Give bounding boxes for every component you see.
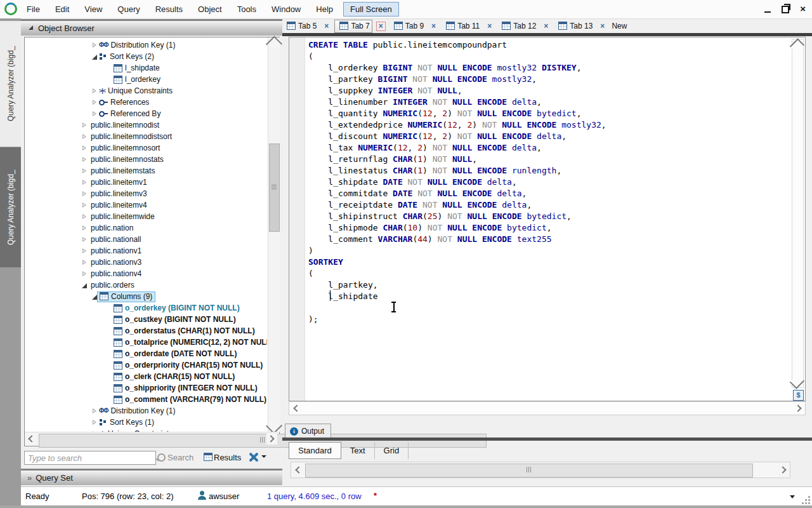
status-dropdown-icon[interactable]	[790, 495, 795, 498]
expander-expanded-icon[interactable]	[90, 53, 98, 61]
tree-horizontal-scrollbar[interactable]	[25, 432, 278, 445]
scrollbar-thumb[interactable]	[305, 464, 753, 478]
output-horizontal-scrollbar[interactable]	[291, 462, 790, 478]
menu-item-help[interactable]: Help	[308, 1, 341, 18]
scroll-right-icon[interactable]	[778, 463, 789, 477]
expander-collapsed-icon[interactable]	[80, 178, 88, 187]
tree-item[interactable]: References	[25, 97, 267, 108]
tree-item[interactable]: o_clerk (CHAR(15) NOT NULL)	[25, 371, 267, 382]
tools-wrench-icon[interactable]	[247, 451, 259, 464]
search-button[interactable]: Search	[167, 453, 193, 462]
menu-item-results[interactable]: Results	[148, 1, 190, 18]
expander-collapsed-icon[interactable]	[80, 201, 88, 210]
close-tab-icon[interactable]: ×	[487, 22, 492, 30]
result-tab-grid[interactable]: Grid	[375, 442, 409, 459]
expander-collapsed-icon[interactable]	[90, 418, 98, 427]
close-tab-icon[interactable]: ×	[376, 22, 386, 31]
scroll-left-icon[interactable]	[25, 433, 36, 444]
expand-query-set-icon[interactable]: »	[27, 473, 30, 483]
menu-item-query[interactable]: Query	[110, 1, 147, 18]
expander-collapsed-icon[interactable]	[80, 144, 88, 152]
expander-expanded-icon[interactable]	[90, 293, 98, 301]
resize-grip-icon[interactable]	[802, 497, 810, 504]
query-set-header[interactable]: » Query Set	[21, 469, 282, 485]
tree-item[interactable]: public.lineitemwide	[25, 211, 267, 222]
full-screen-button[interactable]: Full Screen	[343, 2, 399, 17]
close-tab-icon[interactable]: ×	[544, 22, 548, 30]
expander-collapsed-icon[interactable]	[90, 110, 98, 118]
tree-item[interactable]: ΦΦDistribution Key (1)	[25, 39, 267, 51]
scroll-down-icon[interactable]	[792, 377, 802, 387]
close-tab-icon[interactable]: ×	[600, 22, 605, 30]
tree-item[interactable]: public.lineitemv4	[25, 199, 267, 211]
result-tab-text[interactable]: Text	[341, 442, 375, 459]
editor-vertical-scrollbar[interactable]	[792, 39, 804, 388]
tree-item[interactable]: public.nationv1	[25, 245, 267, 257]
expander-collapsed-icon[interactable]	[90, 98, 98, 107]
tree-item[interactable]: public.lineitemstats	[25, 165, 267, 177]
expander-collapsed-icon[interactable]	[80, 133, 88, 141]
tree-vertical-scrollbar[interactable]	[268, 37, 280, 432]
expander-collapsed-icon[interactable]	[80, 156, 88, 164]
tree-item[interactable]: o_orderkey (BIGINT NOT NULL)	[25, 302, 267, 314]
dock-tab-query-analyzer-1[interactable]: Query Analyzer (bigd_	[0, 21, 21, 147]
tree-item[interactable]: public.lineitemv3	[25, 188, 267, 199]
expander-expanded-icon[interactable]	[80, 281, 88, 290]
tree-item[interactable]: public.nation	[25, 222, 267, 234]
scroll-up-icon[interactable]	[268, 37, 280, 48]
minimize-icon[interactable]	[764, 11, 771, 13]
tree-item[interactable]: o_orderdate (DATE NOT NULL)	[25, 348, 267, 359]
tree-item[interactable]: public.orders	[25, 279, 267, 291]
tree-item[interactable]: o_orderpriority (CHAR(15) NOT NULL)	[25, 359, 267, 371]
tab-tab-11[interactable]: Tab 11	[442, 20, 481, 32]
tree-item[interactable]: o_totalprice (NUMERIC(12, 2) NOT NULL)	[25, 337, 267, 348]
menu-item-object[interactable]: Object	[190, 1, 230, 18]
tree-item[interactable]: public.nationall	[25, 234, 267, 245]
tree-item[interactable]: public.lineitemnostats	[25, 154, 267, 165]
expander-collapsed-icon[interactable]	[90, 87, 98, 95]
new-tab-button[interactable]: New	[612, 22, 627, 30]
scrollbar-thumb[interactable]	[269, 144, 280, 232]
menu-item-view[interactable]: View	[77, 1, 110, 18]
expander-collapsed-icon[interactable]	[80, 121, 88, 130]
output-splitter[interactable]	[282, 438, 812, 441]
tree-item[interactable]: o_orderstatus (CHAR(1) NOT NULL)	[25, 325, 267, 337]
currency-format-icon[interactable]: $	[793, 390, 804, 401]
tab-tab-5[interactable]: Tab 5	[282, 20, 318, 32]
expander-collapsed-icon[interactable]	[80, 236, 88, 244]
tree-item[interactable]: o_shippriority (INTEGER NOT NULL)	[25, 382, 267, 394]
scroll-left-icon[interactable]	[292, 463, 303, 477]
collapse-panel-icon[interactable]	[29, 25, 33, 30]
tab-tab-9[interactable]: Tab 9	[390, 20, 426, 32]
scroll-left-icon[interactable]	[291, 403, 301, 413]
scroll-down-icon[interactable]	[268, 421, 280, 432]
tree-item[interactable]: Sort Keys (1)	[25, 417, 267, 428]
expander-collapsed-icon[interactable]	[90, 407, 98, 415]
restore-icon[interactable]	[782, 6, 789, 13]
tree-item[interactable]: Columns (9)	[25, 291, 267, 302]
expander-collapsed-icon[interactable]	[80, 224, 88, 232]
menu-item-file[interactable]: File	[19, 1, 48, 18]
close-icon[interactable]: ×	[800, 4, 806, 14]
output-tab[interactable]: i Output	[285, 424, 331, 438]
expander-collapsed-icon[interactable]	[90, 41, 98, 50]
tab-tab-13[interactable]: Tab 13	[554, 20, 594, 32]
object-browser-header[interactable]: Object Browser	[21, 19, 282, 36]
tools-dropdown-icon[interactable]	[261, 455, 266, 458]
sql-editor[interactable]: CREATE TABLE public.lineitemcompoundpart…	[289, 37, 806, 401]
tree-item[interactable]: Sort Keys (2)	[25, 51, 267, 62]
tree-item[interactable]: >|<Unique Constraints	[25, 85, 267, 97]
tree-item[interactable]: ΦΦDistribution Key (1)	[25, 405, 267, 417]
tree-item[interactable]: public.nationv4	[25, 268, 267, 279]
scroll-right-icon[interactable]	[794, 403, 804, 413]
search-input[interactable]	[24, 451, 156, 465]
tree-item[interactable]: l_shipdate	[25, 62, 267, 74]
tree-item[interactable]: Referenced By	[25, 108, 267, 119]
scroll-right-icon[interactable]	[266, 433, 277, 444]
scrollbar-thumb[interactable]	[39, 434, 487, 448]
expander-collapsed-icon[interactable]	[80, 190, 88, 198]
expander-collapsed-icon[interactable]	[80, 167, 88, 175]
editor-horizontal-scrollbar[interactable]	[289, 401, 806, 415]
expander-collapsed-icon[interactable]	[80, 258, 88, 267]
tab-tab-12[interactable]: Tab 12	[497, 20, 538, 32]
